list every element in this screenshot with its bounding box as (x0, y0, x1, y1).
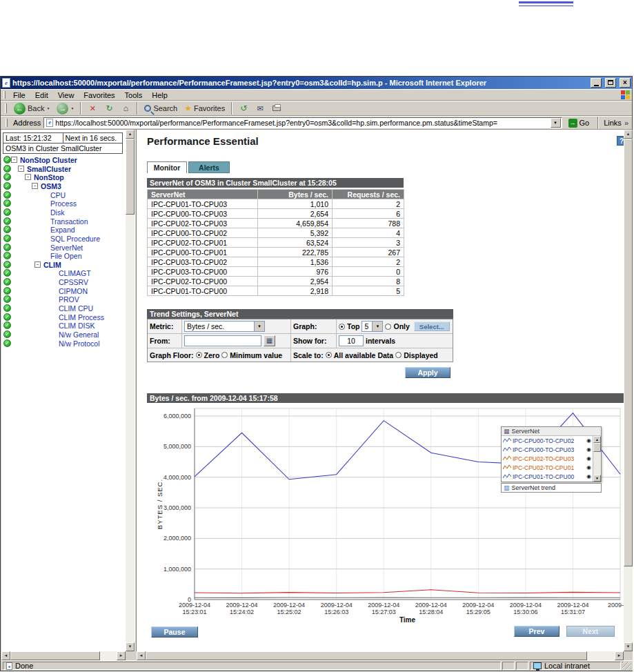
intervals-input[interactable] (339, 335, 364, 346)
select-button[interactable]: Select... (414, 322, 450, 331)
go-button[interactable]: → Go (565, 117, 593, 129)
mail-button[interactable]: ✉ (252, 104, 268, 113)
back-button[interactable]: ← Back ▼ (11, 101, 52, 115)
content-vertical-scrollbar[interactable]: ▲ ▼ (624, 130, 633, 651)
addressbar-grip[interactable] (6, 119, 8, 128)
cropped-hyperlink[interactable] (519, 0, 573, 6)
tree-item-expand[interactable]: ✓Expand (1, 226, 124, 234)
back-dropdown-icon[interactable]: ▼ (46, 106, 50, 110)
tree-item-n-w-general[interactable]: ✓N/w General (1, 330, 124, 339)
stop-button[interactable]: ✕ (85, 104, 100, 113)
menubar-grip[interactable] (3, 91, 6, 99)
resize-grip[interactable] (622, 662, 631, 670)
tree-item-cpu[interactable]: ✓CPU (1, 191, 124, 199)
tree-item-climagt[interactable]: ✓CLIMAGT (1, 269, 124, 277)
tree-horizontal-scrollbar[interactable]: ◄ ► (1, 651, 126, 660)
tree-item-prov[interactable]: ✓PROV (1, 295, 124, 304)
forward-button[interactable]: → ▼ (54, 101, 77, 115)
tab-monitor[interactable]: Monitor (147, 161, 187, 173)
tree-item-servernet[interactable]: ✓ServerNet (1, 244, 124, 252)
scroll-down-button[interactable]: ▼ (126, 642, 135, 651)
collapse-icon[interactable]: - (34, 261, 41, 268)
tree-item-smallcluster[interactable]: ✓-SmallCluster (1, 165, 124, 173)
tree-item-n-w-protocol[interactable]: ✓N/w Protocol (1, 339, 124, 348)
legend-item[interactable]: IPC-CPU00-TO-CPU02◉ (502, 436, 593, 445)
forward-dropdown-icon[interactable]: ▼ (70, 106, 74, 110)
pause-button[interactable]: Pause (151, 626, 198, 638)
tree-item-clim-cpu[interactable]: ✓CLIM CPU (1, 304, 124, 313)
history-button[interactable]: ↺ (236, 103, 251, 113)
visibility-eye-icon[interactable]: ◉ (586, 464, 591, 471)
visibility-eye-icon[interactable]: ◉ (586, 455, 591, 462)
tree-item-clim-process[interactable]: ✓CLIM Process (1, 313, 124, 322)
legend-item[interactable]: IPC-CPU01-TO-CPU00◉ (502, 472, 593, 481)
scroll-up-button[interactable]: ▲ (624, 130, 633, 139)
from-date-input[interactable] (184, 335, 261, 346)
scroll-thumb[interactable] (146, 651, 587, 660)
chevron-down-icon[interactable]: ▼ (254, 322, 264, 331)
tree-item-file-open[interactable]: ✓File Open (1, 252, 124, 260)
refresh-button[interactable]: ↻ (101, 103, 117, 113)
tree-vertical-scrollbar[interactable]: ▲ ▼ (126, 130, 135, 651)
links-label[interactable]: Links (604, 119, 622, 127)
links-expand-icon[interactable]: » (624, 119, 630, 127)
print-button[interactable] (269, 104, 284, 112)
scroll-up-icon[interactable]: ▲ (593, 436, 601, 443)
scroll-left-button[interactable]: ◄ (1, 651, 10, 660)
tree-item-nonstop-cluster[interactable]: ✓-NonStop Cluster (1, 156, 124, 164)
scroll-thumb[interactable] (624, 139, 633, 566)
home-button[interactable]: ⌂ (118, 103, 133, 113)
scroll-thumb[interactable] (593, 443, 601, 452)
collapse-icon[interactable]: - (25, 174, 31, 180)
visibility-eye-icon[interactable]: ◉ (586, 437, 591, 444)
tree-item-nonstop[interactable]: ✓-NonStop (1, 173, 124, 181)
address-dropdown-button[interactable]: ▼ (551, 118, 561, 128)
legend-scrollbar[interactable]: ▲ ▼ (593, 436, 601, 482)
chevron-down-icon[interactable]: ▼ (372, 322, 382, 331)
address-input[interactable]: e https://localhost:50000/mxportal/perfo… (43, 117, 562, 128)
scroll-left-button[interactable]: ◄ (137, 651, 146, 660)
favorites-button[interactable]: ★ Favorites (181, 101, 228, 115)
collapse-icon[interactable]: - (11, 157, 17, 163)
menu-favorites[interactable]: Favorites (79, 90, 119, 100)
tree-item-sql-procedure[interactable]: ✓SQL Procedure (1, 235, 124, 243)
scale-displayed-radio[interactable] (395, 352, 402, 358)
menu-help[interactable]: Help (147, 90, 172, 100)
tree-item-transaction[interactable]: ✓Transaction (1, 217, 124, 226)
servernet-trend-link[interactable]: ▥ ServerNet trend (501, 483, 602, 493)
next-button[interactable]: Next (566, 626, 615, 637)
search-button[interactable]: Search (141, 101, 180, 115)
maximize-button[interactable] (605, 78, 616, 88)
visibility-eye-icon[interactable]: ◉ (586, 473, 591, 480)
minimize-button[interactable] (591, 78, 602, 88)
tree-item-cipmon[interactable]: ✓CIPMON (1, 287, 124, 295)
menu-view[interactable]: View (53, 90, 79, 100)
tree-item-cpssrv[interactable]: ✓CPSSRV (1, 278, 124, 286)
collapse-icon[interactable]: - (32, 183, 38, 189)
scroll-right-button[interactable]: ► (117, 651, 126, 660)
content-horizontal-scrollbar[interactable]: ◄ ► (137, 651, 624, 660)
scroll-thumb[interactable] (126, 139, 135, 215)
close-button[interactable]: × (620, 78, 631, 88)
graph-top-radio[interactable] (339, 324, 345, 330)
collapse-icon[interactable]: - (18, 166, 24, 172)
scale-all-radio[interactable] (326, 352, 332, 358)
legend-item[interactable]: IPC-CPU02-TO-CPU03◉ (502, 454, 593, 463)
toolbar-grip[interactable] (5, 103, 7, 113)
visibility-eye-icon[interactable]: ◉ (586, 446, 591, 453)
scroll-down-icon[interactable]: ▼ (593, 475, 601, 482)
floor-zero-radio[interactable] (196, 352, 202, 358)
help-button[interactable]: ? (617, 136, 624, 146)
tree-item-osm3[interactable]: ✓-OSM3 (1, 182, 124, 190)
menu-edit[interactable]: Edit (30, 90, 53, 100)
scroll-right-button[interactable]: ► (615, 651, 624, 660)
top-count-select[interactable]: 5 ▼ (361, 321, 383, 332)
apply-button[interactable]: Apply (405, 367, 450, 378)
scroll-up-button[interactable]: ▲ (126, 130, 135, 139)
tree-item-clim[interactable]: ✓-CLIM (1, 261, 124, 269)
graph-only-radio[interactable] (385, 324, 391, 330)
title-bar[interactable]: e https://localhost:50000/mxportal/perfo… (1, 77, 632, 89)
menu-tools[interactable]: Tools (120, 90, 148, 100)
tree-item-clim-disk[interactable]: ✓CLIM DISK (1, 322, 124, 330)
menu-file[interactable]: File (8, 90, 30, 100)
